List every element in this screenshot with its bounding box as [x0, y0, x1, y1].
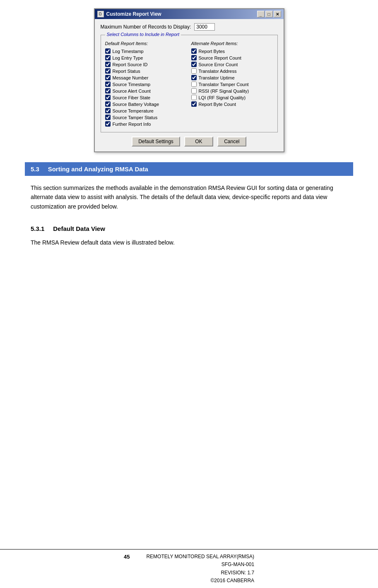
footer-doc-line1: REMOTELY MONITORED SEAL ARRAY(RMSA) — [146, 553, 254, 561]
checkbox-rssi: RSSI (RF Signal Quality) — [191, 88, 273, 94]
columns-group: Select Columns to Include in Report Defa… — [101, 35, 278, 132]
checkbox-report-bytes: Report Bytes — [191, 48, 273, 54]
customize-report-dialog: 🗋 Customize Report View _ □ ✕ Maximum Nu… — [94, 8, 284, 152]
footer-page-number: 45 — [124, 553, 130, 560]
checkbox-translator-uptime-input[interactable] — [191, 75, 197, 80]
max-records-input[interactable]: 3000 — [194, 23, 215, 31]
columns-inner: Default Report Items: Log Timestamp Log … — [105, 41, 273, 128]
cancel-button[interactable]: Cancel — [217, 137, 246, 146]
label-source-fiber-state: Source Fiber State — [113, 95, 151, 100]
checkbox-source-timestamp: Source Timestamp — [105, 82, 187, 87]
checkbox-report-status-input[interactable] — [105, 68, 111, 74]
dialog-buttons: Default Settings OK Cancel — [101, 137, 278, 146]
checkbox-source-tamper-status-input[interactable] — [105, 115, 111, 120]
checkbox-source-temperature: Source Temperature — [105, 108, 187, 113]
section-53-heading: 5.3 Sorting and Analyzing RMSA Data — [25, 162, 353, 176]
checkbox-rssi-input[interactable] — [191, 88, 197, 94]
label-translator-uptime: Translator Uptime — [199, 75, 235, 80]
checkbox-translator-tamper-count-input[interactable] — [191, 82, 197, 87]
label-translator-address: Translator Address — [199, 69, 237, 74]
close-button[interactable]: ✕ — [274, 11, 281, 17]
max-records-label: Maximum Number of Records to Display: — [101, 24, 191, 30]
checkbox-report-source-id: Report Source ID — [105, 62, 187, 67]
dialog-body: Maximum Number of Records to Display: 30… — [95, 19, 284, 151]
dialog-wrapper: 🗋 Customize Report View _ □ ✕ Maximum Nu… — [25, 8, 353, 152]
ok-button[interactable]: OK — [184, 137, 213, 146]
section-531-paragraph: The RMSA Review default data view is ill… — [31, 238, 347, 247]
checkbox-further-report-info-input[interactable] — [105, 121, 111, 127]
checkbox-log-timestamp: Log Timestamp — [105, 48, 187, 54]
checkbox-source-error-count: Source Error Count — [191, 62, 273, 67]
label-source-error-count: Source Error Count — [199, 62, 238, 67]
label-source-alert-count: Source Alert Count — [113, 89, 151, 94]
columns-group-legend: Select Columns to Include in Report — [105, 32, 181, 37]
checkbox-source-report-count-input[interactable] — [191, 55, 197, 60]
label-source-battery-voltage: Source Battery Voltage — [113, 102, 159, 107]
label-log-timestamp: Log Timestamp — [113, 49, 144, 54]
footer-doc-info: REMOTELY MONITORED SEAL ARRAY(RMSA) SFG-… — [146, 553, 254, 585]
footer-doc-line4: ©2016 CANBERRA — [146, 577, 254, 585]
checkbox-translator-address-input[interactable] — [191, 68, 197, 74]
checkbox-source-fiber-state-input[interactable] — [105, 95, 111, 100]
label-source-tamper-status: Source Tamper Status — [113, 115, 158, 120]
footer-doc-line3: REVISION: 1.7 — [146, 569, 254, 577]
maximize-button[interactable]: □ — [265, 11, 273, 17]
checkbox-source-report-count: Source Report Count — [191, 55, 273, 60]
section-531-title: Default Data View — [53, 225, 105, 232]
label-source-temperature: Source Temperature — [113, 108, 154, 113]
label-rssi: RSSI (RF Signal Quality) — [199, 89, 249, 94]
checkbox-log-entry-type: Log Entry Type — [105, 55, 187, 60]
label-source-timestamp: Source Timestamp — [113, 82, 151, 87]
section-53-body: This section summarizes the methods avai… — [25, 183, 353, 211]
checkbox-source-alert-count: Source Alert Count — [105, 88, 187, 94]
checkbox-source-alert-count-input[interactable] — [105, 88, 111, 94]
label-log-entry-type: Log Entry Type — [113, 55, 143, 60]
max-records-row: Maximum Number of Records to Display: 30… — [101, 23, 278, 31]
checkbox-report-status: Report Status — [105, 68, 187, 74]
default-items-section: Default Report Items: Log Timestamp Log … — [105, 41, 187, 128]
default-section-header: Default Report Items: — [105, 41, 187, 46]
checkbox-translator-address: Translator Address — [191, 68, 273, 74]
label-translator-tamper-count: Translator Tamper Count — [199, 82, 249, 87]
titlebar-left: 🗋 Customize Report View — [97, 11, 161, 17]
page-footer: 45 REMOTELY MONITORED SEAL ARRAY(RMSA) S… — [0, 549, 378, 588]
label-report-byte-count: Report Byte Count — [199, 102, 236, 107]
dialog-icon: 🗋 — [97, 11, 104, 17]
checkbox-report-byte-count: Report Byte Count — [191, 101, 273, 107]
label-lqi: LQI (RF Signal Quality) — [199, 95, 246, 100]
checkbox-report-source-id-input[interactable] — [105, 62, 111, 67]
checkbox-report-byte-count-input[interactable] — [191, 101, 197, 107]
checkbox-source-battery-voltage-input[interactable] — [105, 101, 111, 107]
alternate-items-section: Alternate Report Items: Report Bytes Sou… — [191, 41, 273, 128]
checkbox-source-timestamp-input[interactable] — [105, 82, 111, 87]
checkbox-source-fiber-state: Source Fiber State — [105, 95, 187, 100]
section-531-number: 5.3.1 — [31, 225, 44, 232]
section-53-title: Sorting and Analyzing RMSA Data — [48, 166, 148, 173]
label-report-source-id: Report Source ID — [113, 62, 148, 67]
checkbox-message-number-input[interactable] — [105, 75, 111, 80]
section-531-heading: 5.3.1 Default Data View — [25, 221, 353, 234]
checkbox-source-battery-voltage: Source Battery Voltage — [105, 101, 187, 107]
section-531-body: The RMSA Review default data view is ill… — [25, 238, 353, 247]
checkbox-message-number: Message Number — [105, 75, 187, 80]
footer-doc-line2: SFG-MAN-001 — [146, 561, 254, 569]
checkbox-log-entry-type-input[interactable] — [105, 55, 111, 60]
checkbox-further-report-info: Further Report Info — [105, 121, 187, 127]
checkbox-source-temperature-input[interactable] — [105, 108, 111, 113]
checkbox-log-timestamp-input[interactable] — [105, 48, 111, 54]
minimize-button[interactable]: _ — [257, 11, 265, 17]
checkbox-source-error-count-input[interactable] — [191, 62, 197, 67]
label-message-number: Message Number — [113, 75, 149, 80]
checkbox-translator-tamper-count: Translator Tamper Count — [191, 82, 273, 87]
default-settings-button[interactable]: Default Settings — [132, 137, 180, 146]
dialog-titlebar: 🗋 Customize Report View _ □ ✕ — [95, 9, 284, 19]
titlebar-buttons: _ □ ✕ — [257, 11, 281, 17]
checkbox-lqi: LQI (RF Signal Quality) — [191, 95, 273, 100]
checkbox-report-bytes-input[interactable] — [191, 48, 197, 54]
section-53-paragraph: This section summarizes the methods avai… — [31, 183, 347, 211]
label-source-report-count: Source Report Count — [199, 55, 241, 60]
checkbox-lqi-input[interactable] — [191, 95, 197, 100]
checkbox-source-tamper-status: Source Tamper Status — [105, 115, 187, 120]
alternate-section-header: Alternate Report Items: — [191, 41, 273, 46]
dialog-title: Customize Report View — [106, 11, 161, 17]
